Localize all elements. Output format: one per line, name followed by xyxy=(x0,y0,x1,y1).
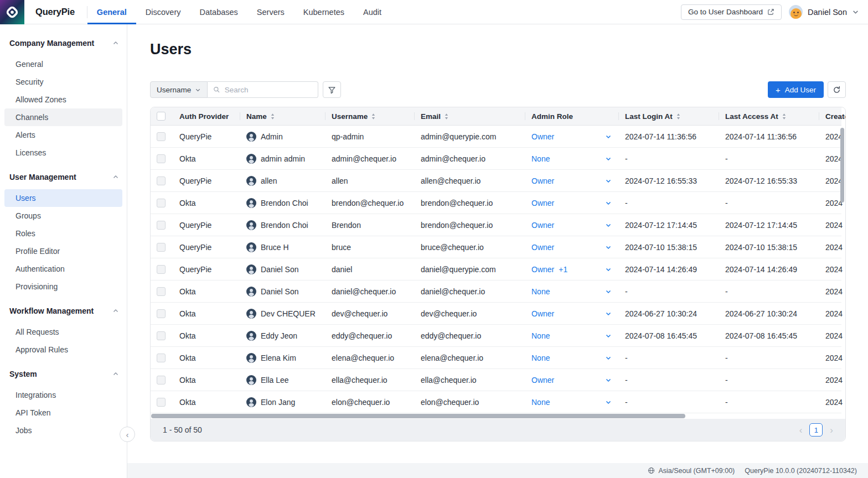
top-tab-kubernetes[interactable]: Kubernetes xyxy=(294,0,354,24)
top-tab-servers[interactable]: Servers xyxy=(247,0,294,24)
sidebar-item-channels[interactable]: Channels xyxy=(4,108,122,126)
sidebar-item-all-requests[interactable]: All Requests xyxy=(4,323,122,341)
next-page-button[interactable]: › xyxy=(830,425,833,435)
vertical-scrollbar-thumb[interactable] xyxy=(840,128,844,202)
current-page-button[interactable]: 1 xyxy=(809,423,823,437)
refresh-button[interactable] xyxy=(828,81,846,98)
cell-admin-role-dropdown[interactable]: Owner xyxy=(525,170,618,191)
sidebar-item-integrations[interactable]: Integrations xyxy=(4,386,122,404)
user-menu[interactable]: Daniel Son xyxy=(789,5,859,19)
column-header-last-access-at[interactable]: Last Access At xyxy=(719,107,819,125)
search-field-selector[interactable]: Username xyxy=(150,81,208,98)
table-row[interactable]: QueryPie allen allen allen@chequer.io Ow… xyxy=(151,170,841,192)
sidebar-collapse-button[interactable]: ‹ xyxy=(120,427,135,442)
sidebar-item-jobs[interactable]: Jobs xyxy=(4,422,122,439)
row-checkbox[interactable] xyxy=(157,376,166,385)
sidebar-section-header[interactable]: Workflow Management xyxy=(0,302,127,320)
search-group: Username xyxy=(150,81,318,98)
column-header-name[interactable]: Name xyxy=(240,107,325,125)
cell-admin-role-dropdown[interactable]: None xyxy=(525,391,618,413)
sidebar-section-header[interactable]: Company Management xyxy=(0,34,127,52)
column-header-last-login-at[interactable]: Last Login At xyxy=(618,107,719,125)
row-checkbox[interactable] xyxy=(157,221,166,230)
chevron-down-icon xyxy=(852,8,859,15)
row-checkbox[interactable] xyxy=(157,132,166,141)
prev-page-button[interactable]: ‹ xyxy=(799,425,803,435)
row-checkbox[interactable] xyxy=(157,309,166,318)
sidebar-item-approval-rules[interactable]: Approval Rules xyxy=(4,341,122,358)
cell-name: Brendon Choi xyxy=(240,192,325,214)
top-tab-databases[interactable]: Databases xyxy=(190,0,247,24)
querypie-logo[interactable] xyxy=(0,0,24,24)
table-row[interactable]: Okta Elon Jang elon@chequer.io elon@cheq… xyxy=(151,391,841,413)
cell-admin-role-dropdown[interactable]: None xyxy=(525,347,618,368)
sidebar-section-header[interactable]: User Management xyxy=(0,168,127,186)
cell-username: elon@chequer.io xyxy=(325,391,414,413)
cell-last-login: - xyxy=(618,391,719,413)
add-user-button[interactable]: + Add User xyxy=(768,81,824,98)
cell-admin-role-dropdown[interactable]: Owner xyxy=(525,236,618,258)
cell-checkbox xyxy=(151,214,173,236)
cell-admin-role-dropdown[interactable]: Owner xyxy=(525,126,618,147)
cell-admin-role-dropdown[interactable]: Owner xyxy=(525,303,618,324)
table-row[interactable]: QueryPie Daniel Son daniel daniel@queryp… xyxy=(151,258,841,280)
cell-name: Ella Lee xyxy=(240,369,325,391)
column-header-admin-role[interactable]: Admin Role xyxy=(525,107,618,125)
cell-checkbox xyxy=(151,391,173,413)
table-row[interactable]: Okta Ella Lee ella@chequer.io ella@chequ… xyxy=(151,369,841,391)
table-row[interactable]: Okta Brendon Choi brendon@chequer.io bre… xyxy=(151,192,841,214)
sidebar-item-users[interactable]: Users xyxy=(4,189,122,207)
cell-email: eddy@chequer.io xyxy=(414,325,525,346)
cell-auth-provider: Okta xyxy=(173,192,240,214)
cell-admin-role-dropdown[interactable]: None xyxy=(525,280,618,302)
table-row[interactable]: Okta Eddy Jeon eddy@chequer.io eddy@cheq… xyxy=(151,325,841,347)
column-header-created[interactable]: Created xyxy=(819,107,845,125)
column-header-email[interactable]: Email xyxy=(414,107,525,125)
cell-admin-role-dropdown[interactable]: Owner xyxy=(525,214,618,236)
sidebar-item-profile-editor[interactable]: Profile Editor xyxy=(4,242,122,260)
cell-admin-role-dropdown[interactable]: None xyxy=(525,148,618,169)
row-checkbox[interactable] xyxy=(157,287,166,296)
horizontal-scrollbar-thumb[interactable] xyxy=(151,414,685,418)
sidebar-section: System IntegrationsAPI TokenJobs xyxy=(0,365,127,439)
cell-admin-role-dropdown[interactable]: Owner xyxy=(525,192,618,214)
table-row[interactable]: Okta Daniel Son daniel@chequer.io daniel… xyxy=(151,280,841,303)
sidebar-item-api-token[interactable]: API Token xyxy=(4,404,122,422)
filter-button[interactable] xyxy=(323,81,341,98)
top-tab-discovery[interactable]: Discovery xyxy=(136,0,190,24)
table-row[interactable]: QueryPie Admin qp-admin admin@querypie.c… xyxy=(151,126,841,148)
row-checkbox[interactable] xyxy=(157,154,166,163)
sidebar-item-provisioning[interactable]: Provisioning xyxy=(4,278,122,295)
sidebar-item-allowed-zones[interactable]: Allowed Zones xyxy=(4,91,122,108)
sidebar-item-groups[interactable]: Groups xyxy=(4,207,122,225)
sidebar-item-alerts[interactable]: Alerts xyxy=(4,126,122,144)
column-header-auth-provider[interactable]: Auth Provider xyxy=(173,107,240,125)
select-all-checkbox[interactable] xyxy=(157,112,166,121)
cell-admin-role-dropdown[interactable]: Owner xyxy=(525,369,618,391)
row-checkbox[interactable] xyxy=(157,398,166,407)
top-tab-general[interactable]: General xyxy=(87,0,136,24)
table-row[interactable]: Okta admin admin admin@chequer.io admin@… xyxy=(151,148,841,170)
column-header-username[interactable]: Username xyxy=(325,107,414,125)
row-checkbox[interactable] xyxy=(157,331,166,340)
table-row[interactable]: Okta Dev CHEQUER dev@chequer.io dev@cheq… xyxy=(151,303,841,325)
top-tab-audit[interactable]: Audit xyxy=(354,0,391,24)
sidebar-section-header[interactable]: System xyxy=(0,365,127,383)
row-checkbox[interactable] xyxy=(157,176,166,185)
go-to-user-dashboard-button[interactable]: Go to User Dashboard xyxy=(681,4,782,20)
row-checkbox[interactable] xyxy=(157,199,166,207)
row-checkbox[interactable] xyxy=(157,265,166,274)
sidebar-item-roles[interactable]: Roles xyxy=(4,225,122,242)
sidebar-item-security[interactable]: Security xyxy=(4,73,122,91)
sidebar-item-licenses[interactable]: Licenses xyxy=(4,144,122,162)
cell-admin-role-dropdown[interactable]: None xyxy=(525,325,618,346)
sidebar-item-authentication[interactable]: Authentication xyxy=(4,260,122,278)
cell-admin-role-dropdown[interactable]: Owner +1 xyxy=(525,258,618,280)
row-checkbox[interactable] xyxy=(157,354,166,362)
row-checkbox[interactable] xyxy=(157,243,166,252)
sidebar-item-general[interactable]: General xyxy=(4,55,122,73)
search-input[interactable] xyxy=(225,86,313,94)
table-row[interactable]: QueryPie Brendon Choi Brendon brendon@ch… xyxy=(151,214,841,236)
table-row[interactable]: QueryPie Bruce H bruce bruce@chequer.io … xyxy=(151,236,841,258)
table-row[interactable]: Okta Elena Kim elena@chequer.io elena@ch… xyxy=(151,347,841,369)
